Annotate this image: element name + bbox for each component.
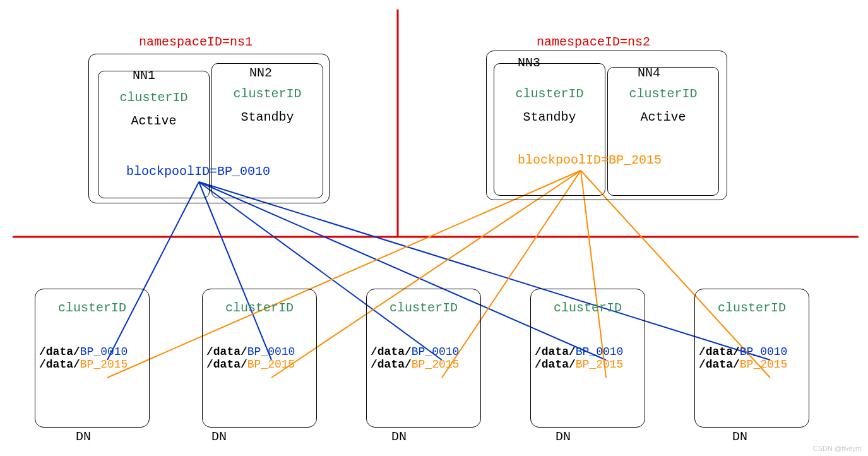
dn-2-path-bp2015: /data/BP_2015 — [206, 358, 312, 371]
dn-2-path-bp0010: /data/BP_0010 — [206, 345, 312, 358]
dn-4-path-bp0010: /data/BP_0010 — [535, 345, 641, 358]
nn3-box: clusterID Standby — [494, 63, 605, 196]
nn4-name: NN4 — [638, 66, 660, 80]
nn4-cluster: clusterID — [608, 87, 718, 101]
nn1-box: clusterID Active — [98, 71, 210, 198]
namespace-1-label: namespaceID=ns1 — [139, 35, 253, 49]
watermark: CSDN @fiveym — [813, 445, 862, 452]
dn-1-path-bp0010: /data/BP_0010 — [39, 345, 145, 358]
nn1-name: NN1 — [133, 68, 155, 83]
dn-2-box: clusterID /data/BP_0010 /data/BP_2015 — [202, 289, 317, 428]
dn-5-box: clusterID /data/BP_0010 /data/BP_2015 — [694, 289, 809, 428]
dn-1-label: DN — [76, 429, 91, 444]
dn-5-path-bp2015: /data/BP_2015 — [699, 358, 805, 371]
nn3-name: NN3 — [518, 56, 540, 70]
dn-2-label: DN — [211, 429, 227, 444]
dn-3-path-bp0010: /data/BP_0010 — [371, 345, 477, 358]
dn-3-path-bp2015: /data/BP_2015 — [371, 358, 477, 371]
blockpool-1-label: blockpoolID=BP_0010 — [126, 164, 270, 179]
dn-1-box: clusterID /data/BP_0010 /data/BP_2015 — [35, 289, 150, 428]
nn3-cluster: clusterID — [494, 87, 605, 101]
nn1-state: Active — [98, 114, 209, 128]
dn-5-path-bp0010: /data/BP_0010 — [699, 345, 805, 358]
dn-4-path-bp2015: /data/BP_2015 — [535, 358, 641, 371]
dn-1-path-bp2015: /data/BP_2015 — [39, 358, 145, 371]
dn-3-cluster: clusterID — [367, 301, 480, 315]
dn-3-label: DN — [391, 429, 407, 444]
dn-4-label: DN — [556, 429, 571, 444]
nn4-box: clusterID Active — [607, 67, 719, 196]
dn-4-cluster: clusterID — [531, 301, 645, 315]
blockpool-2-label: blockpoolID=BP_2015 — [518, 153, 662, 167]
dn-2-cluster: clusterID — [203, 301, 316, 315]
dn-5-label: DN — [732, 429, 747, 444]
nn1-cluster: clusterID — [98, 90, 209, 105]
dn-3-box: clusterID /data/BP_0010 /data/BP_2015 — [366, 289, 481, 428]
dn-1-cluster: clusterID — [35, 301, 149, 315]
nn2-name: NN2 — [249, 66, 272, 80]
dn-5-cluster: clusterID — [695, 301, 809, 315]
nn2-cluster: clusterID — [212, 87, 323, 101]
nn2-state: Standby — [212, 110, 323, 124]
namespace-2-label: namespaceID=ns2 — [537, 35, 650, 49]
nn4-state: Active — [608, 110, 718, 124]
nn3-state: Standby — [494, 110, 605, 124]
dn-4-box: clusterID /data/BP_0010 /data/BP_2015 — [530, 289, 645, 428]
